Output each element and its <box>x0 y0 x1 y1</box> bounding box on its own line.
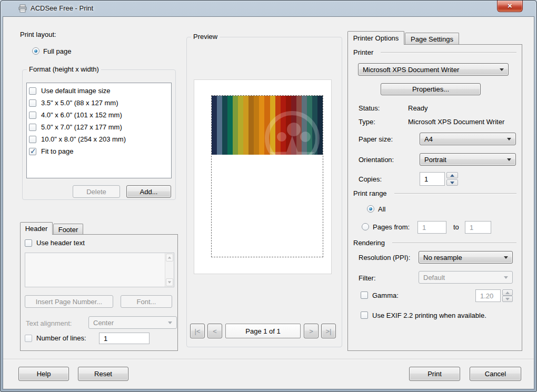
reset-button[interactable]: Reset <box>78 367 128 381</box>
print-range-section-line <box>394 193 516 194</box>
exif-checkbox[interactable] <box>361 311 368 319</box>
all-radio[interactable] <box>367 205 374 213</box>
format-list-item[interactable]: Use default image size <box>27 85 171 97</box>
format-list-item[interactable]: 10.0" x 8.0" (254 x 203 mm) <box>27 134 171 146</box>
all-label: All <box>378 205 385 213</box>
close-button[interactable]: × <box>497 1 523 12</box>
gamma-label: Gamma: <box>372 292 399 299</box>
text-alignment-value: Center <box>93 319 114 327</box>
dialog-body: Print layout: Full page Format (height x… <box>3 16 534 389</box>
gamma-checkbox[interactable] <box>361 292 368 299</box>
properties-button[interactable]: Properties... <box>381 83 481 95</box>
gamma-down-button[interactable] <box>502 296 513 302</box>
pager-last-button[interactable]: >| <box>321 324 336 338</box>
format-legend: Format (height x width) <box>27 65 101 73</box>
scroll-down-icon[interactable] <box>166 278 173 286</box>
filter-value: Default <box>423 274 445 282</box>
title-bar[interactable]: ACDSee Free - Print × <box>1 1 536 16</box>
orientation-select[interactable]: Portrait <box>420 153 516 166</box>
spin-up-icon <box>450 174 454 177</box>
tab-printer-options[interactable]: Printer Options <box>347 31 404 45</box>
window-title: ACDSee Free - Print <box>31 4 93 12</box>
preview-page <box>194 79 332 274</box>
pager-first-button[interactable]: |< <box>190 324 205 338</box>
printer-value: Microsoft XPS Document Writer <box>363 66 459 74</box>
format-item-label: Use default image size <box>41 87 111 95</box>
use-header-text-checkbox[interactable] <box>25 239 32 247</box>
copies-down-button[interactable] <box>446 179 458 186</box>
status-value: Ready <box>408 104 428 112</box>
filter-label: Filter: <box>359 274 376 282</box>
format-item-checkbox[interactable] <box>29 99 36 107</box>
format-item-label: 10.0" x 8.0" (254 x 203 mm) <box>41 135 126 143</box>
delete-button[interactable]: Delete <box>73 185 120 198</box>
format-item-checkbox[interactable] <box>29 112 36 119</box>
number-of-lines-checkbox[interactable] <box>25 335 32 342</box>
printer-section-label: Printer <box>353 48 373 56</box>
print-range-section-label: Print range <box>353 189 387 197</box>
preview-image <box>212 96 323 155</box>
footer-separator <box>3 359 534 359</box>
format-item-checkbox[interactable] <box>29 124 36 131</box>
format-list-item[interactable]: 3.5" x 5.0" (88 x 127 mm) <box>27 97 171 109</box>
insert-page-number-button[interactable]: Insert Page Number... <box>25 295 113 308</box>
scroll-up-icon[interactable] <box>166 254 173 262</box>
tab-page-settings[interactable]: Page Settings <box>405 33 459 45</box>
pages-from-radio[interactable] <box>362 223 369 230</box>
pages-to-input[interactable]: 1 <box>465 221 491 234</box>
pager-label: Page 1 of 1 <box>225 324 301 338</box>
font-button[interactable]: Font... <box>121 295 172 308</box>
chevron-down-icon <box>504 256 508 259</box>
print-area-marquee <box>211 95 323 257</box>
gamma-up-button[interactable] <box>502 289 513 296</box>
format-item-checkbox[interactable] <box>29 148 36 155</box>
rendering-section-label: Rendering <box>353 239 385 247</box>
print-dialog-window: ACDSee Free - Print × Print layout: Full… <box>0 0 537 392</box>
print-layout-label: Print layout: <box>20 31 56 38</box>
spin-up-icon <box>505 292 510 294</box>
gamma-input[interactable]: 1.20 <box>475 289 501 302</box>
text-alignment-select[interactable]: Center <box>88 316 177 329</box>
format-item-label: 4.0" x 6.0" (101 x 152 mm) <box>41 111 122 119</box>
printer-app-icon <box>18 4 27 13</box>
format-list-item[interactable]: 5.0" x 7.0" (127 x 177 mm) <box>27 122 171 134</box>
format-item-checkbox[interactable] <box>29 87 36 95</box>
pages-from-input[interactable]: 1 <box>417 221 446 234</box>
paper-size-select[interactable]: A4 <box>420 133 516 145</box>
resolution-value: No resample <box>423 254 462 262</box>
preview-groupbox: Preview <box>186 37 342 347</box>
header-text-scrollbar[interactable] <box>165 253 174 287</box>
paper-size-label: Paper size: <box>359 135 393 143</box>
copies-input[interactable]: 1 <box>420 172 445 186</box>
pager-prev-button[interactable]: < <box>207 324 222 338</box>
header-tab-panel: Use header text Insert Page Number... Fo… <box>20 234 178 351</box>
printer-options-panel: Printer Microsoft XPS Document Writer Pr… <box>347 44 522 351</box>
number-of-lines-label: Number of lines: <box>36 334 86 342</box>
help-button[interactable]: Help <box>18 367 69 381</box>
copies-up-button[interactable] <box>446 172 458 178</box>
pager-next-button[interactable]: > <box>304 324 319 338</box>
printer-select[interactable]: Microsoft XPS Document Writer <box>358 63 509 76</box>
tab-footer[interactable]: Footer <box>53 224 83 235</box>
format-item-checkbox[interactable] <box>29 136 36 143</box>
add-button[interactable]: Add... <box>126 185 171 198</box>
filter-select[interactable]: Default <box>419 271 513 284</box>
resolution-select[interactable]: No resample <box>419 251 513 264</box>
orientation-value: Portrait <box>424 156 446 164</box>
full-page-radio[interactable] <box>32 47 39 55</box>
rendering-section-line <box>392 243 516 243</box>
spin-down-icon <box>450 182 454 184</box>
print-button[interactable]: Print <box>409 367 460 381</box>
type-label: Type: <box>359 118 375 126</box>
format-list-item[interactable]: 4.0" x 6.0" (101 x 152 mm) <box>27 109 171 122</box>
format-list[interactable]: Use default image size 3.5" x 5.0" (88 x… <box>26 83 172 178</box>
resolution-label: Resolution (PPI): <box>359 254 410 262</box>
number-of-lines-input[interactable]: 1 <box>99 333 150 344</box>
preview-legend: Preview <box>191 33 220 41</box>
cancel-button[interactable]: Cancel <box>470 367 521 381</box>
format-list-item[interactable]: Fit to page <box>27 146 171 158</box>
to-label: to <box>453 223 459 231</box>
printer-section-line <box>381 52 516 53</box>
header-text-area[interactable] <box>25 253 174 287</box>
tab-header[interactable]: Header <box>20 222 53 235</box>
